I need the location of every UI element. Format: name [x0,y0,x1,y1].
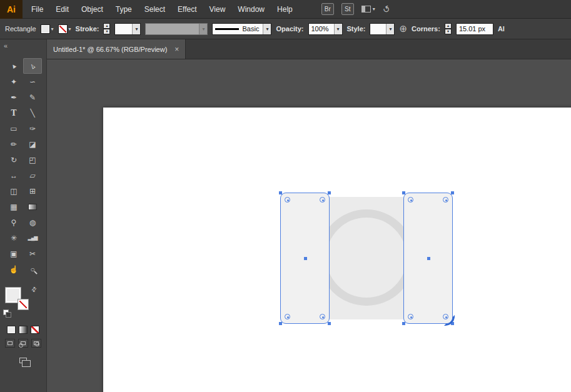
close-icon[interactable]: × [174,45,179,54]
pen-tool[interactable]: ✒ [4,89,23,105]
scale-icon: ◰ [29,156,36,164]
direct-selection-tool[interactable]: ▻ [23,58,42,74]
anchor-point[interactable] [279,322,282,325]
swap-fill-stroke-icon[interactable]: ⇄ [29,285,38,294]
zoom-tool[interactable]: ○ [23,261,42,277]
pen-icon: ✒ [11,94,17,101]
corners-value: 15.01 px [459,25,485,33]
eyedropper-icon: ⚲ [11,219,17,226]
artboard-tool[interactable]: ▣ [4,246,23,261]
globe-icon[interactable]: ⊕ [399,23,407,34]
step-down-icon[interactable]: ▾ [445,29,452,34]
fill-stroke-control: ⇄ [0,287,46,321]
step-up-icon[interactable]: ▴ [103,23,110,29]
stroke-color-dropdown[interactable]: ▾ [58,24,71,34]
scale-tool[interactable]: ◰ [23,152,42,168]
corner-widget[interactable] [408,197,413,203]
mesh-tool[interactable]: ▦ [4,199,23,214]
line-segment-tool[interactable]: ╲ [23,105,42,121]
menu-type[interactable]: Type [109,0,138,19]
blend-tool[interactable]: ◍ [23,214,42,230]
default-fill-stroke-icon[interactable] [3,309,9,315]
corner-widget[interactable] [408,314,413,319]
anchor-point[interactable] [402,322,405,325]
gradient-button[interactable] [19,326,28,334]
menu-object[interactable]: Object [75,0,109,19]
mesh-icon: ▦ [10,203,17,211]
step-up-icon[interactable]: ▴ [445,23,452,29]
anchor-point[interactable] [402,191,405,194]
draw-behind-button[interactable] [18,339,28,348]
stroke-swatch[interactable] [18,299,29,310]
center-point[interactable] [427,257,430,260]
menu-file[interactable]: File [25,0,49,19]
anchor-point[interactable] [451,191,454,194]
corner-widget[interactable] [320,197,325,203]
symbol-sprayer-tool[interactable]: ✳ [4,230,23,246]
stroke-style-dropdown[interactable]: Basic ▾ [212,23,271,35]
shape-builder-tool[interactable]: ◫ [4,183,23,199]
corners-label[interactable]: Corners: [412,25,440,33]
width-tool[interactable]: ↔ [4,168,23,183]
stock-button[interactable]: St [341,3,354,15]
corners-stepper[interactable]: ▴▾ [445,23,452,34]
stroke-weight-stepper[interactable]: ▴▾ [103,23,110,34]
selected-rectangle-right[interactable] [403,193,453,324]
magic-wand-tool[interactable]: ✦ [4,74,23,89]
center-point[interactable] [304,257,307,260]
menu-view[interactable]: View [203,0,232,19]
workspace-switcher[interactable]: ▾ [361,6,375,13]
color-button[interactable] [7,326,16,334]
perspective-grid-tool[interactable]: ⊞ [23,183,42,199]
none-button[interactable] [31,326,39,334]
curvature-tool[interactable]: ✎ [23,89,42,105]
menu-window[interactable]: Window [231,0,271,19]
hand-tool[interactable]: ☝ [4,261,23,277]
corner-widget[interactable] [285,197,290,203]
canvas[interactable] [47,59,571,392]
rectangle-tool[interactable]: ▭ [4,121,23,136]
column-graph-tool[interactable]: ▂▄▆ [23,230,42,246]
collapse-panel-icon[interactable]: « [0,39,46,52]
rotate-tool[interactable]: ↻ [4,152,23,168]
bridge-button[interactable]: Br [321,3,334,15]
opacity-field[interactable]: 100% ▾ [308,23,343,35]
draw-inside-button[interactable] [31,339,41,348]
draw-normal-button[interactable] [5,339,15,348]
type-tool[interactable]: T [4,105,23,121]
menu-edit[interactable]: Edit [49,0,75,19]
eyedropper-tool[interactable]: ⚲ [4,214,23,230]
corner-widget[interactable] [443,197,448,203]
corner-widget[interactable] [320,314,325,319]
stroke-weight-field[interactable]: ▾ [114,23,141,35]
selection-tool[interactable]: ► [4,58,23,74]
document-tab[interactable]: Untitled-1* @ 66.67% (RGB/Preview) × [47,39,186,59]
anchor-point[interactable] [279,191,282,194]
gradient-icon [28,204,37,210]
screen-mode-button[interactable] [16,355,30,365]
lasso-tool[interactable]: ∽ [23,74,42,89]
free-transform-tool[interactable]: ▱ [23,168,42,183]
sync-icon[interactable]: ↺ [381,3,392,16]
slice-tool[interactable]: ✂ [23,246,42,261]
style-dropdown[interactable]: ▾ [370,23,395,35]
corner-widget[interactable] [285,314,290,319]
menubar-right-cluster: Br St ▾ ↺ [321,3,390,15]
anchor-point[interactable] [328,322,331,325]
anchor-point[interactable] [328,191,331,194]
selected-rectangle-left[interactable] [280,193,330,324]
eraser-tool[interactable]: ◪ [23,136,42,152]
pencil-tool[interactable]: ✏ [4,136,23,152]
step-down-icon[interactable]: ▾ [103,29,110,34]
brush-definition-dropdown[interactable]: ▾ [145,23,208,35]
corners-field[interactable]: 15.01 px [456,23,493,35]
artboard[interactable] [103,108,571,392]
paintbrush-tool[interactable]: ✑ [23,121,42,136]
fill-color-dropdown[interactable]: ▾ [41,24,54,34]
menu-select[interactable]: Select [138,0,171,19]
menu-help[interactable]: Help [271,0,299,19]
selection-type-label: Rectangle [5,25,36,33]
menu-effect[interactable]: Effect [171,0,203,19]
gradient-tool[interactable] [23,199,42,214]
circle-ring-shape[interactable] [318,209,415,306]
